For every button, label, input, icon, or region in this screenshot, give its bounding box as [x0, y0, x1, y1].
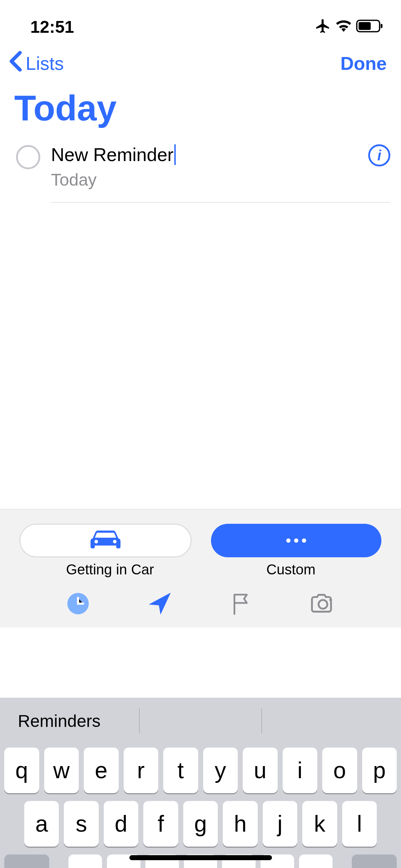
- keyboard-row-2: a s d f g h j k l: [4, 801, 397, 847]
- reminder-title-input[interactable]: New Reminder: [51, 144, 176, 165]
- car-icon: [88, 528, 123, 553]
- key-backspace[interactable]: [352, 854, 397, 868]
- key-k[interactable]: k: [302, 801, 337, 847]
- svg-point-4: [318, 600, 327, 609]
- back-label: Lists: [26, 53, 64, 74]
- battery-icon: [356, 19, 383, 34]
- keyboard: Reminders q w e r t y u i o p a s d f g …: [0, 698, 401, 868]
- back-button[interactable]: Lists: [7, 50, 64, 77]
- key-s[interactable]: s: [64, 801, 98, 847]
- flag-icon: [230, 591, 252, 617]
- prediction-1[interactable]: Reminders: [18, 711, 139, 731]
- location-arrow-icon: [146, 590, 173, 619]
- text-cursor: [174, 144, 176, 165]
- info-icon: i: [377, 148, 381, 164]
- key-l[interactable]: l: [342, 801, 377, 847]
- reminder-subtitle: Today: [51, 170, 390, 190]
- reminder-row: New Reminder i Today: [0, 143, 401, 203]
- key-a[interactable]: a: [24, 801, 59, 847]
- key-i[interactable]: i: [283, 748, 318, 793]
- reminder-title-text: New Reminder: [51, 144, 174, 165]
- key-g[interactable]: g: [183, 801, 218, 847]
- done-button[interactable]: Done: [340, 53, 387, 74]
- keyboard-row-1: q w e r t y u i o p: [4, 748, 397, 793]
- key-h[interactable]: h: [223, 801, 257, 847]
- shift-icon: [18, 864, 36, 868]
- prediction-divider: [139, 708, 140, 733]
- suggestion-chip-custom[interactable]: [211, 524, 381, 557]
- nav-bar: Lists Done: [0, 43, 401, 88]
- suggestion-label-custom: Custom: [201, 562, 382, 578]
- info-button[interactable]: i: [368, 144, 390, 166]
- key-q[interactable]: q: [4, 748, 39, 793]
- location-button[interactable]: [147, 592, 172, 617]
- key-o[interactable]: o: [322, 748, 357, 793]
- suggestion-label-car: Getting in Car: [20, 562, 201, 578]
- home-indicator[interactable]: [129, 855, 272, 860]
- status-time: 12:51: [30, 17, 74, 37]
- svg-rect-2: [381, 24, 382, 28]
- key-f[interactable]: f: [143, 801, 178, 847]
- key-t[interactable]: t: [163, 748, 198, 793]
- suggestion-chip-car[interactable]: [20, 524, 191, 557]
- camera-icon: [310, 593, 336, 616]
- key-m[interactable]: m: [299, 854, 333, 868]
- key-r[interactable]: r: [124, 748, 159, 793]
- key-w[interactable]: w: [44, 748, 79, 793]
- wifi-icon: [335, 19, 352, 35]
- key-p[interactable]: p: [362, 748, 397, 793]
- backspace-icon: [364, 864, 385, 868]
- flag-button[interactable]: [229, 592, 254, 617]
- ellipsis-icon: [286, 538, 306, 543]
- prediction-divider: [261, 708, 262, 733]
- page-title: Today: [0, 88, 401, 143]
- keyboard-predictions: Reminders: [0, 698, 401, 744]
- camera-button[interactable]: [310, 592, 335, 617]
- status-icons: [315, 18, 383, 36]
- svg-point-5: [329, 599, 331, 601]
- key-z[interactable]: z: [68, 854, 102, 868]
- reminder-complete-toggle[interactable]: [16, 145, 40, 169]
- time-button[interactable]: [66, 592, 91, 617]
- key-j[interactable]: j: [263, 801, 297, 847]
- svg-rect-1: [359, 22, 371, 30]
- status-bar: 12:51: [0, 0, 401, 43]
- key-e[interactable]: e: [84, 748, 119, 793]
- airplane-mode-icon: [315, 18, 331, 36]
- chevron-left-icon: [7, 50, 24, 77]
- reminder-toolbar: [20, 578, 381, 627]
- key-d[interactable]: d: [104, 801, 138, 847]
- suggestion-area: Getting in Car Custom: [0, 509, 401, 627]
- key-y[interactable]: y: [203, 748, 238, 793]
- key-u[interactable]: u: [243, 748, 278, 793]
- clock-icon: [67, 592, 89, 616]
- key-shift[interactable]: [4, 854, 49, 868]
